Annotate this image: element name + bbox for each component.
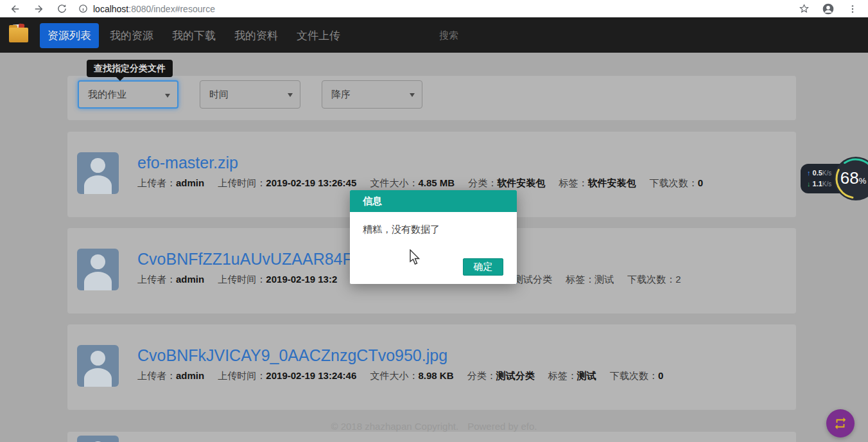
file-row: CvoBNFkJVICAY9_0AACZnzgCTvo950.jpg 上传者：a…: [67, 324, 796, 410]
download-arrow-icon: ↓: [807, 180, 811, 188]
nav-items: 资源列表 我的资源 我的下载 我的资料 文件上传: [40, 23, 351, 48]
bookmark-star-icon[interactable]: [796, 1, 812, 17]
category-select[interactable]: 我的作业: [78, 80, 178, 109]
uploader-avatar: [77, 345, 119, 387]
modal-title: 信息: [350, 190, 517, 212]
caret-down-icon: [288, 93, 293, 97]
url-text[interactable]: localhost:8080/index#resource: [93, 4, 215, 14]
file-title-link[interactable]: efo-master.zip: [137, 153, 238, 172]
sort-order-value: 降序: [331, 89, 351, 101]
file-title-link[interactable]: CvoBNFkJVICAY9_0AACZnzgCTvo950.jpg: [137, 346, 447, 365]
category-select-value: 我的作业: [88, 89, 126, 101]
file-title-link[interactable]: CvoBNFfZZ1uAUvUZAAR84FVa: [137, 249, 371, 269]
file-meta: 上传者：admin 上传时间：2019-02-19 13:2: [137, 273, 348, 286]
percent-badge[interactable]: 68%: [833, 155, 868, 202]
filter-panel: 我的作业 时间 降序: [67, 76, 796, 120]
address-bar[interactable]: localhost:8080/index#resource: [78, 4, 215, 14]
category-tooltip: 查找指定分类文件: [87, 60, 173, 77]
sort-field-select[interactable]: 时间: [200, 80, 300, 109]
powered-by-text: Powered by efo.: [467, 421, 537, 432]
browser-chrome: localhost:8080/index#resource: [0, 0, 868, 17]
forward-icon[interactable]: [31, 1, 46, 17]
nav-item-resource-list[interactable]: 资源列表: [40, 23, 99, 48]
uploader-avatar: [77, 152, 119, 194]
confirm-button[interactable]: 确定: [463, 258, 503, 276]
refresh-icon[interactable]: [54, 1, 69, 17]
menu-dots-icon[interactable]: [845, 1, 860, 17]
nav-item-my-downloads[interactable]: 我的下载: [164, 23, 223, 48]
repeat-loop-icon: [833, 416, 847, 430]
file-meta: 上传者：admin 上传时间：2019-02-19 13:24:46 文件大小：…: [137, 369, 674, 382]
search-input[interactable]: [439, 26, 548, 44]
caret-down-icon: [165, 94, 170, 98]
info-modal: 信息 糟糕，没有数据了 确定: [350, 190, 517, 284]
page: localhost:8080/index#resource 资源列表 我的资源 …: [0, 0, 868, 442]
uploader-avatar: [77, 436, 119, 442]
file-meta-right: 测试分类 标签：测试 下载次数：2: [514, 273, 692, 286]
uploader-avatar: [77, 249, 119, 290]
footer: © 2018 zhazhapan Copyright.Powered by ef…: [0, 421, 868, 432]
sort-order-select[interactable]: 降序: [322, 80, 422, 109]
modal-message: 糟糕，没有数据了: [363, 224, 440, 236]
folder-icon[interactable]: [9, 28, 28, 42]
profile-icon[interactable]: [820, 1, 836, 17]
percent-value: 68%: [833, 168, 868, 188]
refresh-fab-button[interactable]: [826, 409, 855, 438]
sort-field-value: 时间: [209, 89, 229, 101]
copyright-text: © 2018 zhazhapan Copyright.: [331, 421, 458, 432]
nav-item-my-resources[interactable]: 我的资源: [102, 23, 161, 48]
tooltip-arrow: [116, 77, 124, 81]
file-row: [67, 432, 796, 442]
nav-item-my-profile[interactable]: 我的资料: [227, 23, 286, 48]
back-icon[interactable]: [8, 1, 23, 17]
file-meta: 上传者：admin 上传时间：2019-02-19 13:26:45 文件大小：…: [137, 177, 714, 190]
upload-arrow-icon: ↑: [807, 169, 811, 177]
navbar: 资源列表 我的资源 我的下载 我的资料 文件上传: [0, 17, 868, 53]
caret-down-icon: [410, 93, 415, 97]
nav-item-file-upload[interactable]: 文件上传: [289, 23, 348, 48]
info-icon: [78, 4, 88, 13]
